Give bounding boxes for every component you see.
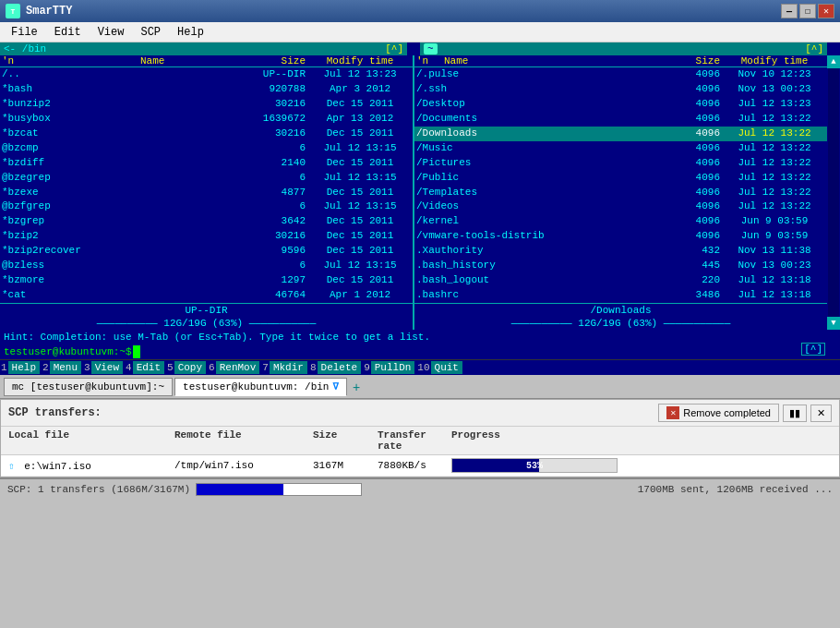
fkey-10[interactable]: 10Quit [416, 361, 464, 374]
close-button[interactable]: ✕ [818, 4, 834, 18]
remove-completed-label: Remove completed [683, 407, 771, 418]
table-row[interactable]: .Xauthority432Nov 13 11:38 [414, 244, 827, 259]
fkey-1-label[interactable]: Help [8, 361, 40, 374]
right-panel-footer: /Downloads [414, 303, 827, 317]
table-row[interactable]: /Templates4096Jul 12 13:22 [414, 186, 827, 200]
file-panels: 'n Name Size Modify time /.. UP--DIRJul … [0, 55, 840, 330]
fkey-7-label[interactable]: Mkdir [270, 361, 307, 374]
scroll-down-arrow[interactable]: ▼ [827, 317, 840, 330]
fkey-5[interactable]: 5Copy [166, 361, 208, 374]
tab-ssh-label: testuser@kubuntuvm: /bin [183, 381, 329, 392]
fkey-2-label[interactable]: Menu [50, 361, 81, 374]
right-disk-label: 12G/19G (63%) [578, 318, 657, 329]
scp-close-button[interactable]: ✕ [810, 405, 832, 422]
fkey-4-label[interactable]: Edit [133, 361, 164, 374]
transfer-progress: 53% [451, 458, 832, 473]
remove-icon: ✕ [666, 406, 679, 419]
table-row[interactable]: .bash_logout220Jul 12 13:18 [414, 273, 827, 288]
fkey-10-label[interactable]: Quit [431, 361, 462, 374]
status-left: SCP: 1 transfers (1686M/3167M) [7, 483, 362, 496]
table-row[interactable]: @bzless6Jul 12 13:15 [0, 259, 413, 273]
maximize-button[interactable]: ☐ [799, 4, 816, 18]
menu-view[interactable]: View [90, 24, 132, 41]
add-tab-button[interactable]: + [349, 380, 364, 394]
table-row[interactable]: /Downloads4096Jul 12 13:22 [414, 127, 827, 141]
table-row[interactable]: *bunzip230216Dec 15 2011 [0, 97, 413, 112]
app-title: SmarTTY [26, 5, 72, 18]
menu-edit[interactable]: Edit [47, 24, 89, 41]
table-row[interactable]: *bzip230216Dec 15 2011 [0, 229, 413, 244]
left-path-label: <- /bin [4, 43, 46, 54]
fkey-6-label[interactable]: RenMov [216, 361, 260, 374]
table-row[interactable]: /Pictures4096Jul 12 13:22 [414, 156, 827, 171]
tab-bar: mc [testuser@kubuntuvm]:~ testuser@kubun… [0, 375, 840, 399]
table-row[interactable]: /Documents4096Jul 12 13:22 [414, 112, 827, 127]
scroll-track[interactable] [828, 68, 839, 317]
home-tilde-badge[interactable]: ~ [424, 43, 438, 54]
scrollbar[interactable]: ▲ ▼ [827, 55, 840, 330]
menu-scp[interactable]: SCP [133, 24, 168, 41]
col-header-local: Local file [8, 429, 174, 452]
left-col-size: Size [235, 55, 309, 66]
right-panel: 'n Name Size Modify time /.pulse4096Nov … [414, 55, 827, 330]
left-file-list: /.. UP--DIRJul 12 13:23 *bash920788Apr 3… [0, 67, 413, 303]
table-row[interactable]: @bzegrep6Jul 12 13:15 [0, 171, 413, 186]
table-row[interactable]: /Music4096Jul 12 13:22 [414, 141, 827, 156]
fkey-1[interactable]: 1Help [0, 361, 42, 374]
tab-ssh[interactable]: testuser@kubuntuvm: /bin ∇ [174, 378, 347, 396]
pause-button[interactable]: ▮▮ [783, 405, 807, 422]
fkey-6[interactable]: 6RenMov [208, 361, 261, 374]
fkey-9[interactable]: 9PullDn [363, 361, 416, 374]
right-file-list: /.pulse4096Nov 10 12:23 /.ssh4096Nov 13 … [414, 67, 827, 303]
minimize-button[interactable]: — [781, 4, 798, 18]
fkey-8-label[interactable]: Delete [318, 361, 362, 374]
status-bar: SCP: 1 transfers (1686M/3167M) 1700MB se… [0, 477, 840, 500]
table-row[interactable]: /Public4096Jul 12 13:22 [414, 171, 827, 186]
fkey-4[interactable]: 4Edit [125, 361, 166, 374]
table-row[interactable]: @bzfgrep6Jul 12 13:15 [0, 199, 413, 214]
table-row[interactable]: /.. UP--DIRJul 12 13:23 [0, 67, 413, 82]
table-row[interactable]: /.ssh4096Nov 13 00:23 [414, 82, 827, 97]
terminal-indicator: [^] [801, 343, 825, 356]
transfer-size: 3167M [313, 460, 378, 471]
table-row[interactable]: /Videos4096Jul 12 13:22 [414, 199, 827, 214]
table-row[interactable]: @bzcmp6Jul 12 13:15 [0, 141, 413, 156]
fkey-8[interactable]: 8Delete [309, 361, 363, 374]
status-text: SCP: 1 transfers (1686M/3167M) [7, 484, 190, 495]
status-progress-bar [196, 483, 362, 496]
fkey-7[interactable]: 7Mkdir [261, 361, 309, 374]
remove-completed-button[interactable]: ✕ Remove completed [658, 404, 779, 422]
right-panel-path: ~ [^] [420, 42, 827, 55]
table-row[interactable]: /vmware-tools-distrib4096Jun 9 03:59 [414, 229, 827, 244]
table-row[interactable]: *bzexe4877Dec 15 2011 [0, 186, 413, 200]
fkey-2[interactable]: 2Menu [42, 361, 83, 374]
table-row[interactable]: *busybox1639672Apr 13 2012 [0, 112, 413, 127]
left-panel-footer: UP--DIR [0, 303, 413, 317]
table-row[interactable]: *bzcat30216Dec 15 2011 [0, 127, 413, 141]
table-row[interactable]: *bzip2recover9596Dec 15 2011 [0, 244, 413, 259]
table-row[interactable]: *bzgrep3642Dec 15 2011 [0, 214, 413, 229]
table-row[interactable]: /kernel4096Jun 9 03:59 [414, 214, 827, 229]
fkey-5-label[interactable]: Copy [174, 361, 206, 374]
table-row[interactable]: *bzmore1297Dec 15 2011 [0, 273, 413, 288]
menu-help[interactable]: Help [170, 24, 211, 41]
col-header-remote: Remote file [174, 429, 313, 452]
table-row[interactable]: *cat46764Apr 1 2012 [0, 288, 413, 303]
left-panel: 'n Name Size Modify time /.. UP--DIRJul … [0, 55, 413, 330]
title-bar: T SmarTTY — ☐ ✕ [0, 0, 840, 22]
table-row[interactable]: .bash_history445Nov 13 00:23 [414, 259, 827, 273]
tab-mc-label: mc [testuser@kubuntuvm]:~ [12, 381, 164, 392]
table-row[interactable]: *bzdiff2140Dec 15 2011 [0, 156, 413, 171]
fkey-3[interactable]: 3View [83, 361, 125, 374]
fkey-3-label[interactable]: View [91, 361, 123, 374]
fkey-9-label[interactable]: PullDn [371, 361, 415, 374]
terminal-hint: Hint: Completion: use M-Tab (or Esc+Tab)… [0, 330, 840, 344]
upload-icon: ⇧ [8, 461, 15, 472]
table-row[interactable]: /Desktop4096Jul 12 13:23 [414, 97, 827, 112]
tab-mc[interactable]: mc [testuser@kubuntuvm]:~ [4, 378, 173, 396]
menu-file[interactable]: File [4, 24, 45, 41]
scroll-up-arrow[interactable]: ▲ [827, 55, 840, 68]
table-row[interactable]: .bashrc3486Jul 12 13:18 [414, 288, 827, 303]
table-row[interactable]: *bash920788Apr 3 2012 [0, 82, 413, 97]
table-row[interactable]: /.pulse4096Nov 10 12:23 [414, 67, 827, 82]
